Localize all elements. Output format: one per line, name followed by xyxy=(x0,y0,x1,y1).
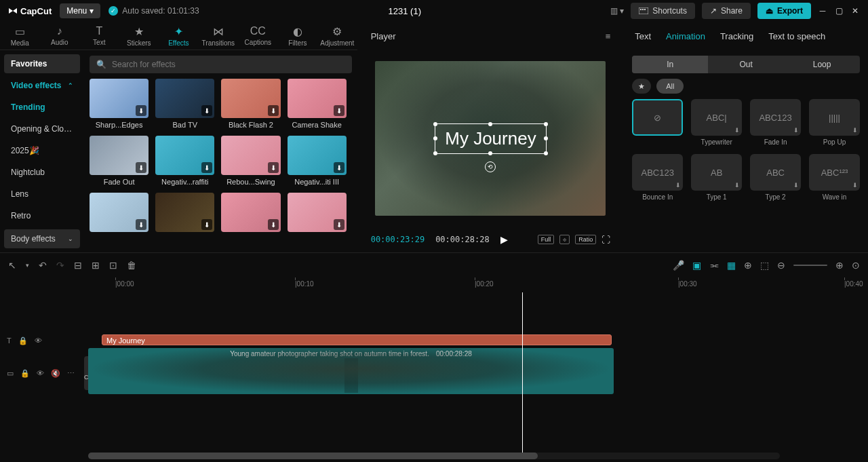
selection-tool[interactable]: ↖ xyxy=(8,260,16,271)
zoom-out-icon[interactable]: ⊖ xyxy=(777,260,785,271)
seg-loop[interactable]: Loop xyxy=(784,56,860,73)
zoom-fit-icon[interactable]: ⊙ xyxy=(852,260,860,271)
sidebar-item[interactable]: 2025🎉 xyxy=(4,141,80,160)
inspector-tab-animation[interactable]: Animation xyxy=(666,31,705,41)
download-icon[interactable]: ⬇ xyxy=(793,127,799,134)
delete-tool[interactable]: 🗑 xyxy=(127,260,136,271)
redo-button[interactable]: ↷ xyxy=(56,260,64,271)
animation-card[interactable]: |||||⬇Pop Up xyxy=(809,99,860,146)
effect-card[interactable]: ⬇Negativ...raffiti xyxy=(155,136,214,186)
magnet-tool[interactable]: ▣ xyxy=(692,260,701,271)
lock-icon[interactable]: 🔒 xyxy=(18,336,28,345)
favorite-filter[interactable]: ★ xyxy=(632,79,651,94)
tab-audio[interactable]: ♪Audio xyxy=(40,22,80,50)
playhead[interactable] xyxy=(522,292,523,453)
effect-card[interactable]: ⬇ xyxy=(288,193,347,235)
link-tool[interactable]: ⫘ xyxy=(709,260,719,271)
effect-card[interactable]: ⬇ xyxy=(90,193,149,235)
crop-button[interactable]: ⟐ xyxy=(559,235,570,244)
all-filter[interactable]: All xyxy=(656,79,684,94)
effect-card[interactable]: ⬇Fade Out xyxy=(90,136,149,186)
animation-card[interactable]: ABC¹²³⬇Wave in xyxy=(809,154,860,201)
player-menu-icon[interactable]: ≡ xyxy=(606,31,611,41)
effect-card[interactable]: ⬇Negativ...iti III xyxy=(288,136,347,186)
undo-button[interactable]: ↶ xyxy=(39,260,47,271)
sidebar-item[interactable]: Opening & Clos... xyxy=(4,119,80,138)
mic-icon[interactable]: 🎤 xyxy=(673,260,684,271)
tab-captions[interactable]: CCCaptions xyxy=(238,22,278,50)
download-icon[interactable]: ⬇ xyxy=(852,127,858,134)
tab-text[interactable]: TText xyxy=(79,22,119,50)
text-clip[interactable]: My Journey xyxy=(102,334,612,345)
export-button[interactable]: ⏏ Export xyxy=(757,3,811,19)
full-button[interactable]: Full xyxy=(538,235,555,244)
selection-dropdown[interactable]: ▾ xyxy=(26,262,29,269)
eye-icon[interactable]: 👁 xyxy=(37,369,44,377)
minimize-button[interactable]: ─ xyxy=(818,6,827,16)
download-icon[interactable]: ⬇ xyxy=(734,127,740,134)
layout-icon[interactable]: ▥ ▾ xyxy=(610,6,624,16)
mute-icon[interactable]: 🔇 xyxy=(51,369,60,378)
download-icon[interactable]: ⬇ xyxy=(136,219,146,230)
effect-card[interactable]: ⬇Rebou...Swing xyxy=(221,136,280,186)
sidebar-item[interactable]: Video effects⌃ xyxy=(4,76,80,95)
video-preview[interactable]: My Journey ⟲ xyxy=(375,61,606,216)
effect-card[interactable]: ⬇Bad TV xyxy=(155,79,214,129)
text-overlay[interactable]: My Journey ⟲ xyxy=(435,123,546,154)
effect-card[interactable]: ⬇ xyxy=(221,193,280,235)
download-icon[interactable]: ⬇ xyxy=(136,105,146,116)
download-icon[interactable]: ⬇ xyxy=(268,105,279,116)
animation-card[interactable]: ABC|⬇Typewriter xyxy=(691,99,742,146)
download-icon[interactable]: ⬇ xyxy=(334,105,344,116)
sidebar-item[interactable]: Nightclub xyxy=(4,163,80,182)
effect-card[interactable]: ⬇Black Flash 2 xyxy=(221,79,280,129)
tab-effects[interactable]: ✦Effects xyxy=(159,22,199,50)
timeline-scrollbar[interactable] xyxy=(88,453,780,459)
effect-card[interactable]: ⬇Camera Shake xyxy=(288,79,347,129)
search-input[interactable]: 🔍 Search for effects xyxy=(90,56,352,73)
animation-card[interactable]: ABC123⬇Bounce In xyxy=(632,154,683,201)
video-clip[interactable]: Young amateur photographer taking shot o… xyxy=(88,348,614,394)
download-icon[interactable]: ⬇ xyxy=(852,182,858,189)
tab-media[interactable]: ▭Media xyxy=(0,22,40,50)
close-button[interactable]: ✕ xyxy=(850,6,860,16)
play-button[interactable]: ▶ xyxy=(500,234,508,245)
animation-card[interactable]: ⊘ xyxy=(632,99,683,146)
sidebar-item[interactable]: Trending xyxy=(4,98,80,117)
sidebar-item[interactable]: Lens xyxy=(4,185,80,204)
sidebar-item[interactable]: Retro xyxy=(4,206,80,225)
eye-icon[interactable]: 👁 xyxy=(35,336,42,345)
zoom-slider[interactable] xyxy=(793,265,827,266)
download-icon[interactable]: ⬇ xyxy=(136,162,146,173)
more-icon[interactable]: ⋯ xyxy=(67,369,75,378)
download-icon[interactable]: ⬇ xyxy=(793,182,799,189)
zoom-in-icon[interactable]: ⊕ xyxy=(835,260,844,271)
rotate-handle[interactable]: ⟲ xyxy=(485,161,496,172)
tab-adjustment[interactable]: ⚙Adjustment xyxy=(317,22,357,50)
crop-tool[interactable]: ⬚ xyxy=(760,260,769,271)
download-icon[interactable]: ⬇ xyxy=(675,182,681,189)
split-right-tool[interactable]: ⊡ xyxy=(109,260,117,271)
seg-out[interactable]: Out xyxy=(708,56,784,73)
download-icon[interactable]: ⬇ xyxy=(268,219,279,230)
inspector-tab-tracking[interactable]: Tracking xyxy=(720,31,753,41)
download-icon[interactable]: ⬇ xyxy=(334,219,344,230)
lock-icon[interactable]: 🔒 xyxy=(20,369,30,378)
download-icon[interactable]: ⬇ xyxy=(201,162,212,173)
menu-button[interactable]: Menu▾ xyxy=(60,3,100,18)
download-icon[interactable]: ⬇ xyxy=(734,182,740,189)
ratio-button[interactable]: Ratio xyxy=(575,235,596,244)
sidebar-item[interactable]: Favorites xyxy=(4,54,80,73)
download-icon[interactable]: ⬇ xyxy=(334,162,344,173)
timeline-ruler[interactable]: |00:00|00:10|00:20|00:30|00:40 xyxy=(0,277,868,292)
effect-card[interactable]: ⬇ xyxy=(155,193,214,235)
inspector-tab-text[interactable]: Text xyxy=(635,31,651,41)
inspector-tab-text-to-speech[interactable]: Text to speech xyxy=(768,31,825,41)
snap-tool[interactable]: ▦ xyxy=(727,260,736,271)
effect-card[interactable]: ⬇Sharp...Edges xyxy=(90,79,149,129)
sidebar-body-effects[interactable]: Body effects⌄ xyxy=(4,229,80,248)
tab-filters[interactable]: ◐Filters xyxy=(278,22,318,50)
split-left-tool[interactable]: ⊞ xyxy=(92,260,100,271)
download-icon[interactable]: ⬇ xyxy=(201,219,212,230)
animation-card[interactable]: ABC123⬇Fade In xyxy=(750,99,801,146)
